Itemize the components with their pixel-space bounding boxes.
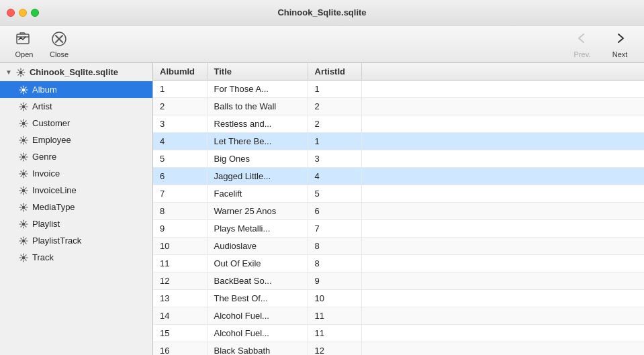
cell-artistid: 11 [308, 325, 361, 342]
table-row[interactable]: 2Balls to the Wall2 [153, 98, 644, 115]
next-icon [612, 30, 628, 48]
table-row[interactable]: 9Plays Metalli...7 [153, 220, 644, 238]
close-button[interactable] [7, 9, 15, 17]
cell-artistid: 2 [308, 98, 361, 115]
cell-albumid: 5 [153, 150, 207, 168]
sidebar-item-customer[interactable]: Customer [0, 115, 152, 132]
col-header-albumid: AlbumId [153, 63, 207, 81]
cell-title: Jagged Little... [207, 168, 308, 185]
cell-albumid: 2 [153, 98, 207, 115]
sidebar-item-label: InvoiceLine [32, 185, 77, 195]
cell-artistid: 8 [308, 238, 361, 255]
sidebar: ▼ Chinook_Sqlite.sqlite Album Artist Cus… [0, 63, 153, 355]
sidebar-item-label: Artist [32, 101, 52, 111]
table-row[interactable]: 12BackBeat So...9 [153, 272, 644, 290]
close-table-button[interactable]: Close [42, 27, 77, 61]
cell-extra [361, 272, 644, 290]
table-row[interactable]: 3Restless and...2 [153, 115, 644, 133]
sidebar-item-label: Track [32, 252, 54, 262]
cell-title: Balls to the Wall [207, 98, 308, 115]
sidebar-item-playlisttrack[interactable]: PlaylistTrack [0, 232, 152, 249]
chevron-down-icon: ▼ [5, 68, 12, 76]
cell-extra [361, 81, 644, 98]
col-header-artistid: ArtistId [308, 63, 361, 81]
traffic-lights [7, 9, 39, 17]
table-row[interactable]: 15Alcohol Fuel...11 [153, 325, 644, 342]
table-row[interactable]: 8Warner 25 Anos6 [153, 203, 644, 220]
table-row[interactable]: 10Audioslave8 [153, 238, 644, 255]
svg-point-12 [22, 205, 26, 209]
table-row[interactable]: 4Let There Be...1 [153, 133, 644, 150]
prev-button[interactable]: Prev. [565, 28, 600, 61]
cell-title: Audioslave [207, 238, 308, 255]
open-icon [15, 30, 34, 48]
cell-extra [361, 290, 644, 307]
nav-buttons: Prev. Next [565, 28, 637, 61]
sidebar-item-label: PlaylistTrack [32, 236, 81, 246]
cell-albumid: 13 [153, 290, 207, 307]
table-row[interactable]: 7Facelift5 [153, 185, 644, 203]
cell-albumid: 7 [153, 185, 207, 203]
sidebar-item-employee[interactable]: Employee [0, 132, 152, 148]
cell-artistid: 4 [308, 168, 361, 185]
cell-artistid: 11 [308, 307, 361, 325]
gear-icon [19, 119, 28, 128]
sidebar-item-invoiceline[interactable]: InvoiceLine [0, 182, 152, 199]
cell-title: Facelift [207, 185, 308, 203]
cell-extra [361, 168, 644, 185]
next-button[interactable]: Next [602, 28, 637, 61]
minimize-button[interactable] [19, 9, 27, 17]
gear-icon [19, 219, 28, 229]
open-button[interactable]: Open [7, 27, 42, 61]
cell-albumid: 11 [153, 255, 207, 272]
gear-icon [19, 169, 28, 179]
cell-extra [361, 115, 644, 133]
sidebar-item-invoice[interactable]: Invoice [0, 165, 152, 182]
window-title: Chinook_Sqlite.sqlite [277, 7, 366, 17]
cell-albumid: 4 [153, 133, 207, 150]
close-icon [50, 30, 68, 48]
cell-extra [361, 220, 644, 238]
sidebar-item-artist[interactable]: Artist [0, 98, 152, 115]
maximize-button[interactable] [31, 9, 39, 17]
sidebar-item-playlist[interactable]: Playlist [0, 215, 152, 232]
cell-artistid: 10 [308, 290, 361, 307]
gear-icon [19, 186, 28, 195]
table-row[interactable]: 13The Best Of...10 [153, 290, 644, 307]
table-row[interactable]: 6Jagged Little...4 [153, 168, 644, 185]
svg-point-6 [22, 105, 26, 108]
cell-title: Plays Metalli... [207, 220, 308, 238]
cell-extra [361, 150, 644, 168]
cell-artistid: 1 [308, 81, 361, 98]
gear-icon [19, 152, 28, 162]
table-row[interactable]: 1For Those A...1 [153, 81, 644, 98]
gear-icon [19, 85, 28, 95]
cell-title: For Those A... [207, 81, 308, 98]
cell-extra [361, 203, 644, 220]
table-wrapper[interactable]: AlbumId Title ArtistId 1For Those A...12… [153, 63, 644, 355]
gear-icon [19, 102, 28, 111]
table-row[interactable]: 5Big Ones3 [153, 150, 644, 168]
toolbar: Open Close Prev. [0, 26, 644, 63]
cell-albumid: 3 [153, 115, 207, 133]
cell-extra [361, 255, 644, 272]
cell-title: Let There Be... [207, 133, 308, 150]
svg-point-7 [22, 121, 26, 125]
sidebar-item-genre[interactable]: Genre [0, 148, 152, 165]
sidebar-item-label: Employee [32, 135, 71, 145]
db-header[interactable]: ▼ Chinook_Sqlite.sqlite [0, 63, 152, 81]
sidebar-item-mediatype[interactable]: MediaType [0, 199, 152, 215]
svg-point-8 [22, 138, 26, 142]
svg-point-11 [22, 189, 26, 192]
cell-extra [361, 133, 644, 150]
cell-albumid: 9 [153, 220, 207, 238]
table-row[interactable]: 14Alcohol Fuel...11 [153, 307, 644, 325]
table-row[interactable]: 16Black Sabbath12 [153, 342, 644, 356]
sidebar-item-track[interactable]: Track [0, 249, 152, 266]
sidebar-item-album[interactable]: Album [0, 81, 152, 98]
next-label: Next [612, 50, 628, 58]
sidebar-item-label: Album [32, 85, 57, 95]
table-row[interactable]: 11Out Of Exile8 [153, 255, 644, 272]
cell-artistid: 6 [308, 203, 361, 220]
cell-artistid: 7 [308, 220, 361, 238]
